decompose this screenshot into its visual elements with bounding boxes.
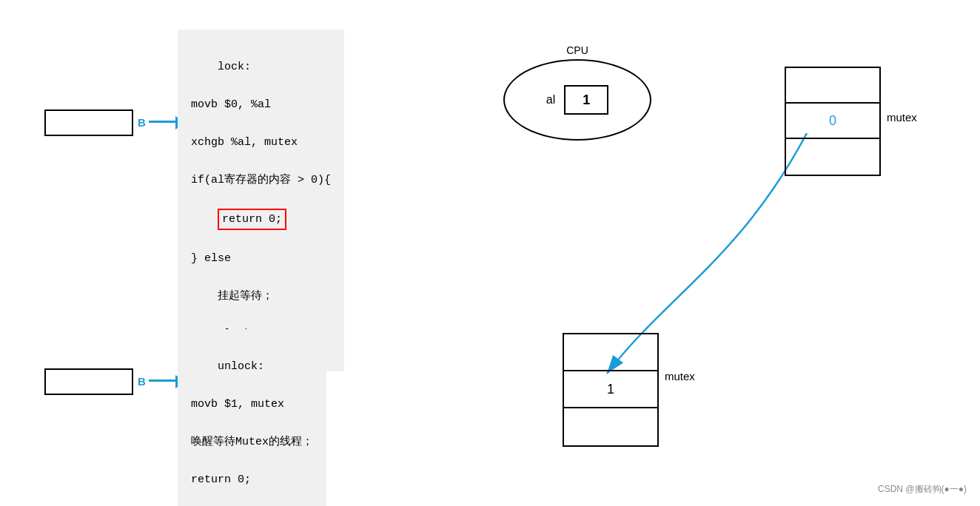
lock-line2: movb $0, %al	[191, 98, 271, 111]
cpu-register-value: 1	[583, 92, 590, 108]
b-label-bottom: B	[138, 375, 146, 388]
mutex-cell-top-value: 0	[786, 104, 879, 139]
mutex-label-top: mutex	[887, 111, 917, 124]
lock-line1: lock:	[218, 61, 251, 73]
b-label-top: B	[138, 116, 146, 129]
mutex-box-bottom: 1	[563, 333, 659, 447]
lock-line4: if(al寄存器的内容 > 0){	[191, 174, 331, 186]
return-highlight: return 0;	[218, 209, 286, 231]
lock-code-block: lock: movb $0, %al xchgb %al, mutex if(a…	[178, 30, 344, 371]
mutex-top: 0 mutex	[785, 67, 881, 176]
cpu-al-label: al	[546, 93, 555, 107]
mutex-cell-top-3	[786, 139, 879, 175]
unlock-line1: unlock:	[218, 360, 264, 373]
lock-line6: } else	[191, 252, 231, 265]
mutex-cell-bottom-3	[564, 408, 657, 445]
cpu-ellipse: al 1	[503, 59, 651, 141]
mutex-cell-top-1	[786, 68, 879, 104]
lock-line3: xchgb %al, mutex	[191, 136, 298, 149]
thread-box-bottom	[44, 368, 133, 395]
lock-line7: 挂起等待；	[191, 290, 273, 303]
cpu-container: CPU al 1	[503, 44, 651, 141]
unlock-line2: movb $1, mutex	[191, 398, 284, 411]
unlock-line4: return 0;	[191, 473, 251, 486]
watermark: CSDN @搬砖狗(●一●)	[878, 483, 967, 496]
cpu-register-box: 1	[564, 85, 608, 115]
unlock-code-block: unlock: movb $1, mutex 唤醒等待Mutex的线程； ret…	[178, 329, 326, 506]
mutex-bottom: 1	[563, 333, 659, 447]
mutex-label-bottom: mutex	[665, 370, 695, 382]
diagram-container: B lock: movb $0, %al xchgb %al, mutex if…	[0, 0, 980, 506]
mutex-cell-bottom-value: 1	[564, 371, 657, 408]
mutex-box-top: 0	[785, 67, 881, 176]
unlock-line3: 唤醒等待Mutex的线程；	[191, 436, 313, 448]
cpu-label: CPU	[503, 44, 651, 56]
mutex-cell-bottom-1	[564, 334, 657, 371]
thread-box-top	[44, 109, 133, 136]
